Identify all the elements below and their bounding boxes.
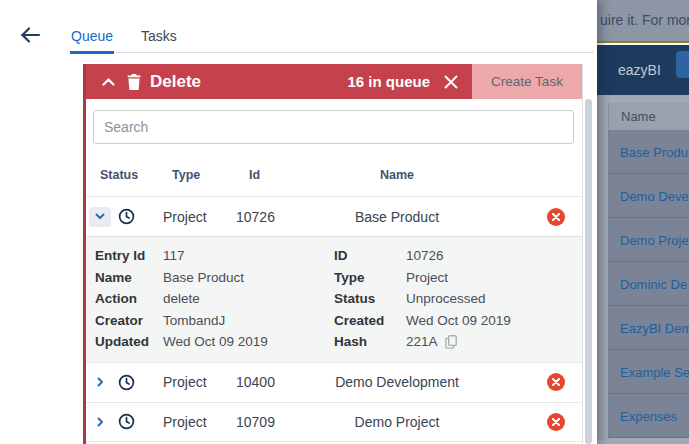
copy-hash-button[interactable] xyxy=(445,335,457,349)
detail-value: Unprocessed xyxy=(406,288,486,310)
detail-label: Hash xyxy=(334,331,406,353)
detail-value: 10726 xyxy=(406,245,444,267)
row-actions-cell xyxy=(473,413,582,431)
row-type: Project xyxy=(163,374,236,390)
detail-label: Action xyxy=(95,288,163,310)
copy-icon xyxy=(445,335,457,349)
detail-value: TombandJ xyxy=(163,310,225,332)
chevron-down-icon xyxy=(95,213,105,220)
bg-row-link[interactable]: Example Se xyxy=(620,365,689,380)
bg-name-column-header: Name xyxy=(621,109,656,124)
queue-drawer: Queue Tasks Delete 16 in queue xyxy=(0,0,597,444)
detail-line: Actiondelete xyxy=(95,288,334,310)
detail-value: Project xyxy=(406,267,448,289)
chevron-up-icon xyxy=(102,78,115,86)
drawer-tabs: Queue Tasks xyxy=(70,28,594,53)
detail-line: CreatedWed Oct 09 2019 xyxy=(334,310,582,332)
create-task-button[interactable]: Create Task xyxy=(472,64,582,99)
row-id: 10709 xyxy=(236,414,321,430)
queue-row: Project 10709 Demo Project xyxy=(86,402,582,442)
queue-row: Project 10726 Base Product xyxy=(86,196,582,236)
bg-row-link[interactable]: Demo Deve xyxy=(620,189,689,204)
row-type: Project xyxy=(163,414,236,430)
bg-banner: uire it. For mor xyxy=(597,0,689,43)
x-circle-icon xyxy=(552,418,560,426)
bg-row-link[interactable]: Dominic De xyxy=(620,277,687,292)
row-actions-cell xyxy=(473,373,582,391)
clock-icon xyxy=(118,374,135,391)
detail-value: 221A xyxy=(406,331,438,353)
queue-table-header: Status Type Id Name xyxy=(86,144,582,196)
bg-navbar: eazyBI xyxy=(597,45,689,95)
detail-value: delete xyxy=(163,288,200,310)
remove-from-queue-button[interactable] xyxy=(547,413,565,431)
row-name: Base Product xyxy=(321,209,473,225)
tab-queue[interactable]: Queue xyxy=(70,28,114,54)
remove-from-queue-button[interactable] xyxy=(547,373,565,391)
detail-label: Name xyxy=(95,267,163,289)
row-status-cell xyxy=(86,372,163,392)
detail-value: Wed Oct 09 2019 xyxy=(406,310,511,332)
detail-label: Created xyxy=(334,310,406,332)
drawer-scrollbar[interactable] xyxy=(585,99,592,444)
bg-row-link[interactable]: EazyBI Dem xyxy=(620,321,689,336)
detail-line: TypeProject xyxy=(334,267,582,289)
chevron-right-icon xyxy=(97,377,104,387)
queue-row: Project 10400 Demo Development xyxy=(86,362,582,402)
bg-row-link[interactable]: Demo Proje xyxy=(620,233,689,248)
queue-count-badge: 16 in queue xyxy=(347,73,430,90)
detail-line: NameBase Product xyxy=(95,267,334,289)
row-name: Demo Development xyxy=(321,374,473,390)
table-row: Demo Proje xyxy=(608,218,689,262)
detail-label: Updated xyxy=(95,331,163,353)
bg-row-link[interactable]: Expenses xyxy=(620,409,677,424)
bg-table-header: Name xyxy=(608,103,689,130)
detail-line: UpdatedWed Oct 09 2019 xyxy=(95,331,334,353)
column-header-status: Status xyxy=(86,168,163,182)
column-header-name: Name xyxy=(321,168,473,182)
bg-row-link[interactable]: Base Produ xyxy=(620,145,688,160)
expand-row-button[interactable] xyxy=(89,412,111,432)
bg-banner-text: uire it. For mor xyxy=(600,12,689,28)
x-circle-icon xyxy=(552,378,560,386)
detail-line: Hash 221A xyxy=(334,331,582,353)
detail-line: CreatorTombandJ xyxy=(95,310,334,332)
collapse-row-button[interactable] xyxy=(89,207,111,227)
detail-line: ID10726 xyxy=(334,245,582,267)
detail-value: 117 xyxy=(163,245,185,267)
remove-from-queue-button[interactable] xyxy=(547,208,565,226)
row-id: 10400 xyxy=(236,374,321,390)
detail-label: Entry Id xyxy=(95,245,163,267)
bg-app-logo: eazyBI xyxy=(618,62,661,78)
row-status-cell xyxy=(86,207,163,227)
close-button[interactable] xyxy=(443,74,459,90)
chevron-right-icon xyxy=(97,417,104,427)
x-circle-icon xyxy=(552,213,560,221)
tab-tasks[interactable]: Tasks xyxy=(140,28,178,54)
delete-queue-panel: Delete 16 in queue Create Task Status Ty… xyxy=(83,64,583,444)
row-status-cell xyxy=(86,412,163,432)
panel-header-red-bar: Delete 16 in queue xyxy=(86,64,472,99)
search-wrap xyxy=(86,99,582,144)
row-actions-cell xyxy=(473,208,582,226)
detail-right-column: ID10726 TypeProject StatusUnprocessed Cr… xyxy=(334,245,582,353)
back-button[interactable] xyxy=(17,24,43,46)
detail-label: Type xyxy=(334,267,406,289)
bg-nav-button[interactable] xyxy=(676,51,689,78)
expand-row-button[interactable] xyxy=(89,372,111,392)
panel-header: Delete 16 in queue Create Task xyxy=(86,64,582,99)
detail-left-column: Entry Id117 NameBase Product Actiondelet… xyxy=(86,245,334,353)
table-row: Base Produ xyxy=(608,130,689,174)
panel-title: Delete xyxy=(150,72,201,92)
search-input[interactable] xyxy=(93,110,574,144)
row-type: Project xyxy=(163,209,236,225)
collapse-panel-button[interactable] xyxy=(100,76,117,88)
table-row: EazyBI Dem xyxy=(608,306,689,350)
row-detail-panel: Entry Id117 NameBase Product Actiondelet… xyxy=(86,236,582,362)
detail-line: StatusUnprocessed xyxy=(334,288,582,310)
table-row: Example Se xyxy=(608,350,689,394)
column-header-type: Type xyxy=(163,168,236,182)
screen: uire it. For mor eazyBI Name Base Produ … xyxy=(0,0,689,444)
column-header-id: Id xyxy=(236,168,321,182)
detail-label: Creator xyxy=(95,310,163,332)
